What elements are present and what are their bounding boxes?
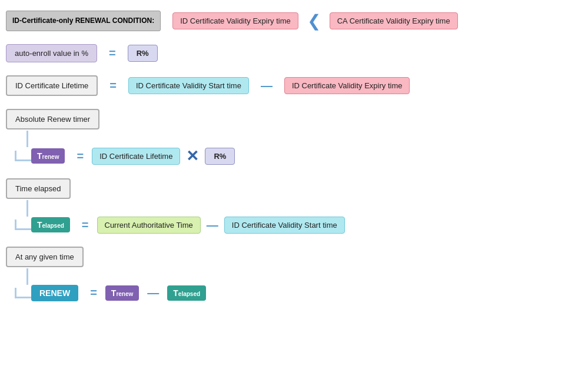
t-elapsed-box-2: Telapsed [167,285,206,301]
equals-icon-2: = [109,79,117,92]
connector-v-2 [26,200,582,217]
equals-icon-1: = [109,46,116,60]
id-cert-lifetime-box-1: ID Certificate Lifetime [6,75,98,96]
id-cert-validity-start-box-2: ID Certificate Validity Start time [224,217,345,234]
r-percent-box-1: R% [128,45,158,62]
times-icon: ✕ [186,147,199,165]
connector-v-3 [26,268,582,285]
id-cert-lifetime-box-2: ID Certificate Lifetime [92,148,180,165]
ca-cert-expiry-box: CA Certificate Validity Expiry time [330,12,458,29]
equals-icon-3: = [77,149,84,163]
r-percent-box-2: R% [205,148,235,165]
condition-title: ID-Certificate-only RENEWAL CONDITION: [12,16,154,25]
t-renew-box-2: Trenew [105,285,139,301]
auto-enroll-box: auto-enroll value in % [6,44,97,62]
renew-box: RENEW [31,285,78,301]
time-elapsed-label-box: Time elapsed [6,178,71,199]
elbow-3 [15,288,31,298]
at-any-given-label-box: At any given time [6,247,84,267]
id-cert-validity-start-box-1: ID Certificate Validity Start time [128,77,249,94]
connector-v-1 [26,131,582,147]
equals-icon-4: = [82,218,89,232]
elbow-2 [15,220,31,230]
minus-icon-1: — [261,79,273,92]
equals-icon-5: = [90,286,97,300]
minus-icon-2: — [207,218,218,232]
t-renew-box: Trenew [31,148,65,164]
t-elapsed-box: Telapsed [31,217,70,232]
id-cert-validity-expiry-box-2: ID Certificate Validity Expiry time [284,77,410,94]
current-auth-time-box: Current Authoritative Time [97,217,201,234]
diagram: ID-Certificate-only RENEWAL CONDITION: I… [0,0,588,379]
condition-box: ID-Certificate-only RENEWAL CONDITION: [6,11,161,31]
absolute-renew-label-box: Absolute Renew timer [6,109,99,129]
id-cert-expiry-box: ID Certificate Validity Expiry time [172,12,298,29]
elbow-1 [15,151,31,161]
less-than-icon: ❮ [307,11,321,31]
minus-icon-3: — [147,286,159,300]
